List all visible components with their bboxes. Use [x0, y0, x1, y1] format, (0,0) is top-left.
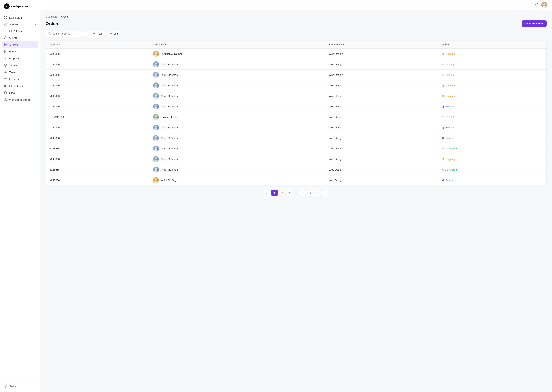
svg-line-35 — [50, 34, 51, 35]
sidebar-item-orders[interactable]: Orders — [2, 41, 38, 48]
order-id-cell: #245356 — [46, 59, 149, 70]
table-row[interactable]: #245356 Atiqur Rahman Web Design ◑ Ongoi… — [46, 91, 546, 101]
table-row[interactable]: #245356 Atiqur Rahman Web Design ○ Pendi… — [46, 70, 546, 80]
table-row[interactable]: #245356 Atiqur Rahman Web Design ◑ Ongoi… — [46, 154, 546, 164]
sort-button[interactable]: Sort — [107, 31, 121, 37]
order-id-cell: #245356 — [46, 154, 149, 164]
app-name: Design House. — [11, 5, 31, 8]
client-name-cell: Atiqur Rahman — [149, 133, 325, 143]
svg-rect-0 — [4, 16, 5, 17]
settings-icon — [4, 385, 7, 388]
svg-point-52 — [155, 105, 157, 107]
sidebar-item-label: Team — [9, 71, 15, 74]
user-avatar[interactable] — [541, 2, 547, 8]
svg-rect-3 — [6, 18, 7, 19]
page-next-button[interactable]: → — [322, 190, 329, 196]
svg-point-45 — [154, 65, 157, 67]
invoices-icon — [4, 77, 7, 81]
table-row[interactable]: #245356 Atiqur Rahman Web Design ◕ Revie… — [46, 122, 546, 133]
sort-label: Sort — [113, 32, 118, 35]
client-name-cell: Atiqur Rahman — [149, 143, 325, 154]
breadcrumb-parent[interactable]: Dashboard — [46, 15, 57, 18]
content-area: Dashboard › Orders Orders + Create Order… — [40, 10, 552, 392]
svg-point-66 — [155, 178, 157, 180]
svg-point-55 — [154, 118, 157, 120]
sidebar-item-invoices[interactable]: Invoices — [0, 76, 40, 83]
order-id-cell: #245356 — [46, 122, 149, 133]
table-row[interactable]: #245356 Atiqur Rahman Web Design ◑ Ongoi… — [46, 80, 546, 91]
order-id-cell: #245356 — [46, 49, 149, 59]
sidebar-item-label: Workspace Config — [9, 98, 30, 101]
sidebar-item-addons[interactable]: Add-ons — [0, 28, 40, 34]
sidebar-item-label: Tickets — [9, 64, 17, 67]
page-1-button[interactable]: 1 — [271, 190, 278, 196]
table-row[interactable]: #245356 Atiqur Rahman Web Design ◕ Revie… — [46, 133, 546, 143]
sidebar-item-tickets[interactable]: Tickets — [0, 62, 40, 69]
sort-icon — [110, 32, 112, 35]
sidebar-item-settings[interactable]: Setting — [0, 383, 40, 390]
svg-point-27 — [4, 85, 7, 87]
page-dots: ... — [294, 191, 298, 195]
sidebar-item-clients[interactable]: Clients — [0, 34, 40, 41]
svg-point-65 — [154, 170, 157, 172]
svg-point-56 — [155, 126, 157, 128]
sidebar: ● Design House. Dashboard Services ▾ Add… — [0, 0, 40, 392]
search-box[interactable] — [46, 31, 88, 37]
sidebar-item-integrations[interactable]: Integrations — [0, 83, 40, 89]
svg-point-33 — [543, 6, 546, 8]
breadcrumb-current: Orders — [61, 15, 68, 18]
status-cell: ◕ Review — [438, 101, 546, 112]
team-icon — [4, 70, 7, 74]
sidebar-item-label: Clients — [9, 36, 17, 39]
create-order-button[interactable]: + Create Order — [522, 21, 547, 27]
main-content: Dashboard › Orders Orders + Create Order… — [40, 0, 552, 392]
client-name-cell: Atiqur Rahman — [149, 80, 325, 91]
service-name-cell: Web Design — [325, 80, 438, 91]
search-input[interactable] — [52, 32, 85, 35]
sidebar-item-label: Files — [9, 91, 15, 94]
table-row[interactable]: #245356 Abdullah Al Noman Web Design ◑ O… — [46, 49, 546, 59]
order-id-cell: #245356 — [46, 143, 149, 154]
sidebar-item-services[interactable]: Services ▾ — [0, 21, 40, 28]
filter-button[interactable]: Filter — [90, 31, 105, 37]
page-3-button[interactable]: 3 — [287, 190, 293, 196]
table-row[interactable]: #245356 Atiqur Rahman Web Design ● Compl… — [46, 164, 546, 175]
sidebar-item-team[interactable]: Team — [0, 69, 40, 76]
service-name-cell: Web Design — [325, 154, 438, 164]
svg-rect-7 — [11, 31, 12, 32]
col-client-name: Client Name — [149, 41, 325, 49]
page-9-button[interactable]: 9 — [307, 190, 313, 196]
filter-icon — [93, 32, 95, 35]
table-row[interactable]: ⠿ #245356 Rakibul Hasan Web Design ○ Pen… — [46, 112, 546, 122]
page-prev-button[interactable]: ← — [263, 190, 270, 196]
page-10-button[interactable]: 10 — [314, 190, 321, 196]
sidebar-item-forms[interactable]: Forms — [0, 48, 40, 55]
table-row[interactable]: #245356 Atiqur Rahman Web Design ◕ Revie… — [46, 101, 546, 112]
service-name-cell: Web Design — [325, 122, 438, 133]
status-cell: ○ Pending ⋮ — [438, 112, 546, 122]
sidebar-item-proposals[interactable]: Proposals — [0, 55, 40, 62]
orders-table-wrapper: Order ID Client Name Service Name Status… — [46, 40, 547, 185]
client-name-cell: Walid Bin Sayed — [149, 175, 325, 185]
sidebar-subitem-label: Add-ons — [14, 30, 23, 33]
svg-point-60 — [155, 147, 157, 149]
svg-point-63 — [154, 160, 157, 162]
sidebar-nav: Dashboard Services ▾ Add-ons Clients — [0, 13, 40, 379]
table-row[interactable]: #245356 Atiqur Rahman Web Design ● Compl… — [46, 143, 546, 154]
table-row[interactable]: #245356 Atiqur Rahman Web Design ○ Pendi… — [46, 59, 546, 70]
toolbar: Filter Sort — [46, 31, 547, 37]
sidebar-item-files[interactable]: Files — [0, 89, 40, 96]
orders-icon — [4, 43, 8, 46]
page-2-button[interactable]: 2 — [279, 190, 285, 196]
status-cell: ○ Pending — [438, 59, 546, 70]
svg-point-57 — [154, 128, 157, 130]
sidebar-item-dashboard[interactable]: Dashboard — [0, 14, 40, 21]
svg-point-50 — [155, 94, 157, 96]
order-id-cell: #245356 — [46, 70, 149, 80]
sidebar-item-workspace[interactable]: Workspace Config — [0, 96, 40, 103]
notification-icon[interactable] — [535, 3, 538, 7]
svg-point-29 — [5, 99, 6, 100]
table-row[interactable]: #245356 Walid Bin Sayed Web Design ◕ Rev… — [46, 175, 546, 185]
page-8-button[interactable]: 8 — [299, 190, 306, 196]
svg-point-23 — [5, 71, 6, 72]
